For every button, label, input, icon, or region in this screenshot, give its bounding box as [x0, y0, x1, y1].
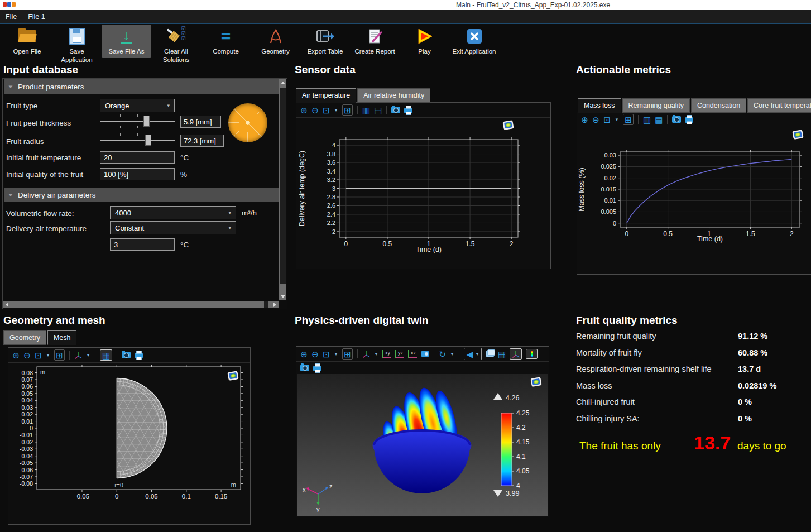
digital-twin-3d-view[interactable]: 44.054.14.154.24.254.263.99xyz — [297, 374, 548, 516]
window-titlebar[interactable]: Main - FruiTed_v2_Citrus_App_Exp-01.02.2… — [0, 0, 811, 10]
zoom-in-icon[interactable]: ⊕ — [581, 114, 588, 124]
snapshot-icon[interactable] — [122, 352, 131, 358]
show-grid-icon[interactable]: ▦ — [100, 349, 112, 361]
dropdown-caret-icon[interactable]: ▾ — [615, 114, 619, 124]
zoom-extents-icon[interactable]: ⊞ — [342, 104, 353, 116]
exit-application-button[interactable]: Exit Application — [449, 25, 499, 58]
create-report-button[interactable]: Create Report — [350, 25, 400, 58]
fruit-type-dropdown[interactable]: Orange — [100, 99, 175, 112]
print-icon[interactable] — [685, 117, 693, 123]
show-color-legend-icon[interactable] — [526, 349, 538, 359]
dropdown-caret-icon[interactable]: ▾ — [475, 349, 479, 359]
scroll-up-arrow[interactable] — [279, 79, 286, 87]
delivery-air-temperature-dropdown[interactable]: Constant — [110, 221, 236, 234]
menu-file[interactable]: File — [0, 13, 22, 21]
mass-loss-chart[interactable]: 00.511.5200.0050.010.0150.020.0250.03Tim… — [577, 127, 809, 272]
snapshot-icon[interactable] — [300, 365, 309, 371]
save-file-as-button[interactable]: Save File As — [102, 25, 151, 58]
clear-all-solutions-button[interactable]: Clear All Solutions — [151, 25, 201, 66]
animate-icon[interactable]: ◀ — [466, 349, 473, 359]
zoom-extents-icon[interactable]: ⊞ — [623, 114, 634, 125]
scroll-left-arrow[interactable] — [3, 301, 11, 308]
slider-track[interactable] — [100, 121, 175, 122]
slider-track[interactable] — [100, 140, 175, 141]
horizontal-scroll-thumb[interactable] — [264, 301, 268, 308]
dropdown-caret-icon[interactable]: ▾ — [86, 350, 90, 360]
scroll-down-arrow[interactable] — [279, 293, 286, 300]
volumetric-flow-rate-dropdown[interactable]: 4000 — [110, 206, 236, 219]
delivery-air-parameters-header[interactable]: Delivery air parameters — [4, 188, 279, 202]
view-xy-icon[interactable]: xy — [382, 350, 391, 358]
print-icon[interactable] — [404, 108, 412, 113]
snapshot-icon[interactable] — [672, 116, 681, 123]
comsol-logo-button[interactable] — [792, 129, 805, 141]
zoom-in-icon[interactable]: ⊕ — [300, 349, 308, 359]
slider-handle[interactable] — [143, 116, 150, 127]
compute-button[interactable]: Compute — [201, 25, 251, 58]
horizontal-scrollbar[interactable] — [3, 301, 279, 308]
show-grid-icon[interactable]: ▦ — [498, 349, 506, 359]
tab-air-temperature[interactable]: Air temperature — [296, 88, 356, 103]
scroll-right-arrow[interactable] — [271, 301, 279, 308]
comsol-logo-button[interactable] — [530, 376, 543, 388]
zoom-box-icon[interactable]: ⊡ — [323, 105, 330, 115]
y-log-scale-icon[interactable]: ▥ — [362, 105, 370, 115]
open-file-button[interactable]: Open File — [2, 25, 52, 58]
tab-remaining-quality[interactable]: Remaining quality — [622, 98, 690, 113]
dropdown-caret-icon[interactable]: ▾ — [46, 350, 50, 360]
zoom-extents-icon[interactable]: ⊞ — [54, 349, 65, 361]
sensor-chart[interactable]: 00.511.5222.22.42.62.833.23.43.63.84Time… — [296, 118, 549, 267]
tab-geometry[interactable]: Geometry — [3, 330, 46, 345]
zoom-box-icon[interactable]: ⊡ — [323, 349, 330, 359]
view-orientation-icon[interactable] — [362, 349, 370, 359]
save-application-button[interactable]: Save Application — [52, 25, 102, 66]
zoom-extents-icon[interactable]: ⊞ — [342, 348, 353, 360]
zoom-in-icon[interactable]: ⊕ — [300, 105, 308, 115]
zoom-out-icon[interactable]: ⊖ — [311, 349, 319, 359]
zoom-out-icon[interactable]: ⊖ — [311, 105, 319, 115]
print-icon[interactable] — [313, 366, 321, 371]
print-icon[interactable] — [135, 353, 143, 358]
rotate-icon[interactable]: ↻ — [439, 349, 446, 359]
tab-condensation[interactable]: Condensation — [691, 98, 746, 113]
show-axis-orientation-icon[interactable] — [510, 348, 522, 360]
orthographic-projection-icon[interactable] — [421, 351, 429, 357]
product-parameters-header[interactable]: Product parameters — [4, 79, 279, 94]
geometry-button[interactable]: Geometry — [251, 25, 300, 58]
y-log-scale-icon[interactable]: ▥ — [643, 114, 651, 124]
tab-air-relative-humidity[interactable]: Air relative humidity — [357, 88, 430, 103]
animate-button-group[interactable]: ◀▾ — [464, 348, 482, 360]
zoom-box-icon[interactable]: ⊡ — [603, 114, 611, 124]
scene-lighting-icon[interactable] — [486, 351, 494, 357]
initial-fruit-temperature-input[interactable]: 20 — [100, 151, 175, 164]
x-log-scale-icon[interactable]: ▤ — [374, 105, 382, 115]
fruit-peel-thickness-value[interactable]: 5.9 [mm] — [180, 116, 221, 128]
zoom-out-icon[interactable]: ⊖ — [23, 350, 31, 360]
menu-file-1[interactable]: File 1 — [22, 13, 51, 21]
tab-mesh[interactable]: Mesh — [47, 330, 77, 345]
export-table-button[interactable]: Export Table — [300, 25, 350, 58]
delivery-air-temperature-input[interactable]: 3 — [110, 238, 175, 251]
slider-handle[interactable] — [145, 135, 151, 146]
vertical-scroll-thumb[interactable] — [280, 88, 286, 284]
mesh-plot[interactable]: mmr=0-0.0500.050.10.150.080.070.060.050.… — [8, 363, 249, 522]
view-yz-icon[interactable]: yz — [395, 350, 404, 358]
fruit-radius-slider[interactable] — [100, 132, 175, 148]
dropdown-caret-icon[interactable]: ▾ — [374, 349, 378, 359]
fruit-peel-thickness-slider[interactable] — [100, 113, 175, 129]
tab-core-fruit-temperature[interactable]: Core fruit temperature — [747, 98, 811, 113]
comsol-logo-button[interactable] — [502, 119, 515, 131]
tab-mass-loss[interactable]: Mass loss — [578, 98, 621, 113]
zoom-out-icon[interactable]: ⊖ — [592, 114, 599, 124]
x-log-scale-icon[interactable]: ▤ — [655, 114, 663, 124]
dropdown-caret-icon[interactable]: ▾ — [334, 105, 338, 115]
comsol-logo-button[interactable] — [227, 370, 240, 382]
zoom-in-icon[interactable]: ⊕ — [12, 350, 20, 360]
view-xz-icon[interactable]: xz — [408, 350, 417, 358]
zoom-box-icon[interactable]: ⊡ — [35, 350, 42, 360]
play-button[interactable]: Play — [400, 25, 449, 58]
vertical-scrollbar[interactable] — [279, 79, 286, 300]
initial-quality-input[interactable]: 100 [%] — [100, 168, 175, 180]
view-orientation-icon[interactable] — [74, 350, 82, 360]
dropdown-caret-icon[interactable]: ▾ — [450, 349, 454, 359]
